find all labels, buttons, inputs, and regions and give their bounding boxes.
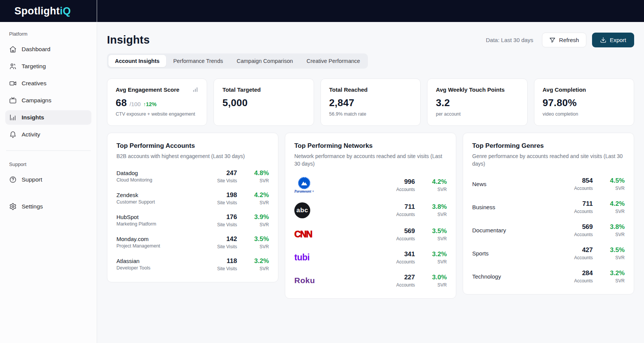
stat-subtitle: 56.9% match rate	[329, 111, 412, 117]
tab-performance-trends[interactable]: Performance Trends	[167, 55, 229, 67]
svr-value: 3.2%	[600, 269, 625, 277]
accounts-value: 227	[391, 274, 415, 281]
sidebar-item-label: Campaigns	[22, 97, 51, 104]
stat-suffix: /100	[130, 101, 141, 107]
sidebar-item-dashboard[interactable]: Dashboard	[5, 42, 91, 56]
accounts-label: Accounts	[569, 209, 593, 214]
sidebar-item-label: Settings	[22, 203, 43, 210]
accounts-label: Accounts	[569, 186, 593, 191]
stat-title: Total Targeted	[222, 86, 261, 93]
gear-icon	[9, 203, 17, 210]
panel-title: Top Performing Networks	[294, 142, 447, 150]
account-name: Monday.com	[116, 236, 160, 242]
site-visits-label: Site Visits	[213, 222, 237, 227]
top-bar: SpotlightiQ	[0, 0, 644, 22]
sidebar-item-settings[interactable]: Settings	[5, 199, 91, 214]
stat-subtitle: CTV exposure + website engagement	[116, 111, 198, 117]
sidebar-item-activity[interactable]: Activity	[5, 127, 91, 142]
site-visits-label: Site Visits	[213, 244, 237, 249]
tubi-logo: tubi	[294, 252, 309, 263]
help-circle-icon	[9, 176, 17, 183]
panel-subtitle: Genre performance by accounts reached an…	[472, 153, 625, 168]
download-icon	[600, 37, 606, 43]
refresh-button[interactable]: Refresh	[542, 33, 586, 47]
tab-creative-performance[interactable]: Creative Performance	[300, 55, 366, 67]
accounts-label: Accounts	[391, 187, 415, 192]
accounts-value: 996	[391, 178, 415, 186]
account-name: Zendesk	[116, 192, 155, 198]
svr-label: SVR	[600, 232, 625, 237]
stat-subtitle: video completion	[543, 111, 625, 117]
top-bar-spacer	[97, 0, 644, 22]
sidebar-divider	[6, 150, 91, 151]
sidebar-item-campaigns[interactable]: Campaigns	[5, 93, 91, 108]
sidebar: Platform Dashboard Targeting Creatives C…	[0, 22, 97, 343]
genre-row: Sports 427Accounts 3.5%SVR	[472, 246, 625, 260]
genre-row: Business 711Accounts 4.2%SVR	[472, 200, 625, 214]
refresh-button-label: Refresh	[559, 37, 579, 43]
network-row: Roku 227Accounts 3.0%SVR	[294, 274, 447, 288]
panel-top-accounts: Top Performing Accounts B2B accounts wit…	[107, 133, 278, 282]
site-visits-label: Site Visits	[213, 178, 237, 183]
stat-title: Total Reached	[329, 86, 368, 93]
site-visits-value: 247	[213, 169, 237, 177]
accounts-value: 711	[569, 200, 593, 208]
account-category: Developer Tools	[116, 265, 150, 271]
video-camera-icon	[9, 80, 17, 87]
account-category: Project Management	[116, 243, 160, 249]
accounts-value: 284	[569, 269, 593, 277]
site-visits-value: 118	[213, 257, 237, 265]
sidebar-item-label: Support	[22, 176, 42, 183]
genre-row: Technology 284Accounts 3.2%SVR	[472, 269, 625, 283]
stat-card-completion: Avg Completion 97.80% video completion	[534, 78, 634, 126]
svr-value: 4.5%	[600, 177, 625, 185]
account-category: Cloud Monitoring	[116, 177, 152, 183]
sidebar-item-label: Targeting	[22, 63, 46, 70]
stat-title: Avg Weekly Touch Points	[436, 86, 504, 93]
stat-value: 2,847	[329, 97, 355, 109]
account-name: Atlassian	[116, 258, 150, 264]
genre-name: Sports	[472, 250, 488, 257]
account-name: HubSpot	[116, 214, 156, 220]
account-row: ZendeskCustomer Support 198Site Visits 4…	[116, 191, 269, 205]
svr-label: SVR	[245, 222, 269, 227]
stat-card-targeted: Total Targeted 5,000	[214, 78, 314, 126]
tab-campaign-comparison[interactable]: Campaign Comparison	[230, 55, 299, 67]
genre-row: Documentary 569Accounts 3.8%SVR	[472, 223, 625, 237]
stat-card-reached: Total Reached 2,847 56.9% match rate	[320, 78, 421, 126]
sidebar-item-label: Dashboard	[22, 46, 50, 53]
sidebar-item-targeting[interactable]: Targeting	[5, 59, 91, 74]
panel-top-networks: Top Performing Networks Network performa…	[285, 133, 456, 299]
svr-value: 4.2%	[423, 178, 447, 186]
export-button[interactable]: Export	[592, 33, 634, 47]
roku-logo: Roku	[294, 276, 315, 285]
accounts-value: 569	[569, 223, 593, 231]
svr-value: 3.0%	[423, 274, 447, 281]
sidebar-item-support[interactable]: Support	[5, 172, 91, 187]
account-row: AtlassianDeveloper Tools 118Site Visits …	[116, 257, 269, 271]
svr-label: SVR	[423, 212, 447, 217]
stat-card-touch-points: Avg Weekly Touch Points 3.2 per account	[427, 78, 527, 126]
accounts-value: 341	[391, 251, 415, 258]
svr-label: SVR	[423, 282, 447, 288]
accounts-label: Accounts	[569, 278, 593, 283]
svr-label: SVR	[600, 278, 625, 283]
svr-label: SVR	[600, 255, 625, 260]
accounts-label: Accounts	[391, 236, 415, 241]
svr-value: 4.2%	[245, 191, 269, 199]
svr-value: 3.5%	[245, 235, 269, 243]
bell-icon	[9, 131, 17, 138]
sidebar-item-insights[interactable]: Insights	[5, 110, 91, 125]
svr-value: 3.2%	[245, 257, 269, 265]
sidebar-item-creatives[interactable]: Creatives	[5, 76, 91, 91]
sidebar-section-platform: Platform	[9, 31, 88, 37]
sidebar-item-label: Activity	[22, 131, 40, 138]
network-row: CNN 569Accounts 3.5%SVR	[294, 227, 447, 241]
accounts-label: Accounts	[569, 232, 593, 237]
site-visits-value: 176	[213, 213, 237, 221]
abc-logo: abc	[294, 202, 310, 218]
stat-subtitle: per account	[436, 111, 518, 117]
filter-funnel-icon	[549, 37, 556, 43]
tab-account-insights[interactable]: Account Insights	[108, 55, 166, 67]
paramount-mountain-icon	[298, 177, 310, 189]
